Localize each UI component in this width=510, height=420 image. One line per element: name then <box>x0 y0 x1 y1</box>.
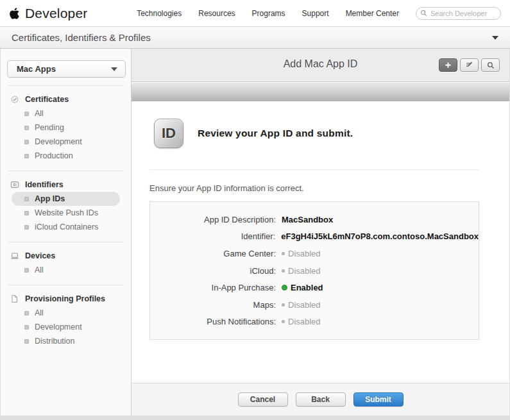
sidebar-item-website-push-ids[interactable]: Website Push IDs <box>1 206 131 220</box>
sidebar-item-label: Distribution <box>35 337 75 346</box>
section-header: Certificates, Identifiers & Profiles <box>0 26 510 49</box>
toolbar <box>439 58 500 72</box>
compose-icon <box>465 61 473 69</box>
section-title: Certificates, Identifiers & Profiles <box>12 32 151 43</box>
status-dot <box>282 303 285 307</box>
bullet-icon <box>24 197 29 201</box>
nav-link-technologies[interactable]: Technologies <box>137 9 182 18</box>
svg-text:ID: ID <box>13 183 17 187</box>
field-label: Maps: <box>150 300 276 310</box>
bullet-icon <box>24 211 29 215</box>
sidebar-item-label: Development <box>35 323 82 332</box>
sidebar-item-devices-all[interactable]: All <box>1 263 131 277</box>
field-value: Enabled <box>291 283 323 292</box>
nav-link-programs[interactable]: Programs <box>252 9 285 18</box>
field-label: iCloud: <box>150 266 276 276</box>
sidebar-item-label: All <box>35 308 44 317</box>
sidebar-item-label: Production <box>35 151 73 160</box>
field-value: Disabled <box>288 249 321 258</box>
main-header: Add Mac App ID <box>132 49 509 82</box>
divider <box>8 285 123 285</box>
submit-button[interactable]: Submit <box>353 392 404 407</box>
nav-link-member-center[interactable]: Member Center <box>346 9 399 18</box>
sidebar-item-profiles-development[interactable]: Development <box>1 320 131 334</box>
field-value: Disabled <box>288 300 321 310</box>
sidebar-item-app-ids[interactable]: App IDs <box>12 192 120 206</box>
section-label: Identifiers <box>25 180 64 189</box>
bullet-icon <box>24 311 29 315</box>
search-button[interactable] <box>481 58 500 72</box>
cancel-button[interactable]: Cancel <box>238 392 288 407</box>
nav-link-resources[interactable]: Resources <box>198 9 235 18</box>
document-icon <box>10 294 19 303</box>
back-button[interactable]: Back <box>296 392 346 407</box>
sidebar-item-certificates-pending[interactable]: Pending <box>1 121 131 135</box>
edit-button[interactable] <box>460 58 479 72</box>
chevron-down-icon[interactable] <box>492 36 498 40</box>
divider <box>8 85 123 86</box>
bullet-icon <box>24 154 29 158</box>
field-row-icloud: iCloud: Disabled <box>150 262 479 280</box>
bullet-icon <box>24 140 29 144</box>
brand[interactable]: Developer <box>9 6 88 21</box>
divider <box>8 242 123 242</box>
sidebar-item-certificates-development[interactable]: Development <box>1 135 131 149</box>
bullet-icon <box>24 339 29 344</box>
sidebar-section-certificates: Certificates <box>1 92 131 106</box>
app-id-summary-box: App ID Description: MacSandbox Identifie… <box>149 201 479 340</box>
bullet-icon <box>24 126 29 130</box>
field-row-identifier: Identifier: eF3gH4iJ5kL6mN7oP8.com.conto… <box>150 228 479 246</box>
sidebar: Mac Apps Certificates All Pending <box>0 49 132 416</box>
add-button[interactable] <box>439 58 457 72</box>
status-dot <box>282 252 285 255</box>
sidebar-item-certificates-all[interactable]: All <box>1 106 131 121</box>
status-dot <box>282 269 285 273</box>
id-badge-icon: ID <box>10 180 19 189</box>
bullet-icon <box>24 225 29 230</box>
field-label: Identifier: <box>150 231 275 241</box>
sidebar-item-label: iCloud Containers <box>35 223 98 231</box>
nav-link-support[interactable]: Support <box>302 9 329 18</box>
body-row: Mac Apps Certificates All Pending <box>0 49 510 416</box>
sidebar-item-profiles-distribution[interactable]: Distribution <box>1 334 131 348</box>
team-selector-dropdown[interactable]: Mac Apps <box>7 60 126 78</box>
field-label: Push Notifications: <box>150 317 276 326</box>
content: ID Review your App ID and submit. Ensure… <box>132 101 509 383</box>
bullet-icon <box>24 112 29 116</box>
field-row-maps: Maps: Disabled <box>150 296 479 314</box>
progress-bar <box>132 82 509 101</box>
certificate-icon <box>10 95 19 104</box>
instruction-text: Ensure your App ID information is correc… <box>149 183 509 193</box>
search-input[interactable] <box>416 7 501 20</box>
section-label: Provisioning Profiles <box>25 294 105 303</box>
field-label: Game Center: <box>150 249 276 258</box>
sidebar-section-devices: Devices <box>1 249 131 263</box>
review-header: ID Review your App ID and submit. <box>149 119 509 148</box>
search-icon <box>487 62 495 69</box>
brand-name: Developer <box>25 6 88 21</box>
section-label: Certificates <box>25 95 69 104</box>
field-row-push-notifications: Push Notifications: Disabled <box>150 314 479 331</box>
field-value: Disabled <box>288 317 321 326</box>
page: Developer Technologies Resources Program… <box>0 0 510 420</box>
field-value: MacSandbox <box>282 215 333 224</box>
sidebar-item-label: Development <box>35 137 82 146</box>
team-selector-label: Mac Apps <box>17 64 56 74</box>
sidebar-item-label: App IDs <box>35 194 65 203</box>
sidebar-item-profiles-all[interactable]: All <box>1 306 131 320</box>
sidebar-item-icloud-containers[interactable]: iCloud Containers <box>1 220 131 234</box>
sidebar-item-certificates-production[interactable]: Production <box>1 149 131 163</box>
bullet-icon <box>24 325 29 330</box>
field-row-in-app-purchase: In-App Purchase: Enabled <box>150 279 479 296</box>
sidebar-item-label: Pending <box>35 123 64 132</box>
field-row-app-id-description: App ID Description: MacSandbox <box>150 211 479 228</box>
divider <box>149 169 479 170</box>
sidebar-section-provisioning-profiles: Provisioning Profiles <box>1 292 131 306</box>
field-row-game-center: Game Center: Disabled <box>150 245 479 262</box>
apple-logo-icon <box>9 7 20 20</box>
sidebar-item-label: All <box>35 109 44 118</box>
sidebar-item-label: All <box>35 265 44 274</box>
top-nav: Developer Technologies Resources Program… <box>0 0 510 26</box>
bullet-icon <box>24 268 29 273</box>
field-label: App ID Description: <box>150 215 276 224</box>
